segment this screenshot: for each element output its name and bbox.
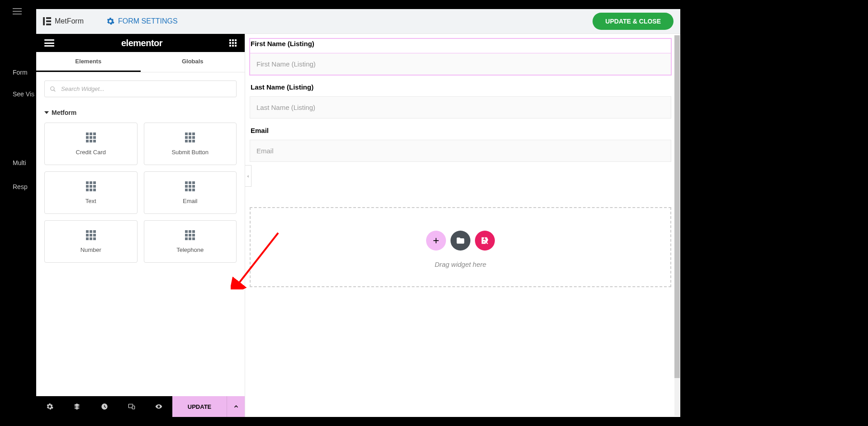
widget-grid-icon: [86, 230, 96, 240]
ek-widgets-button[interactable]: [475, 231, 495, 251]
widget-credit-card[interactable]: Credit Card: [44, 123, 138, 165]
form-settings-label: FORM SETTINGS: [118, 17, 178, 25]
editor-sidebar: elementor Elements Globals Metform: [36, 34, 245, 417]
caret-down-icon: [44, 111, 49, 114]
bg-form-label: Form: [13, 69, 28, 76]
widget-grid-icon: [185, 181, 195, 191]
sidebar-tabs: Elements Globals: [36, 52, 245, 72]
responsive-icon[interactable]: [118, 403, 145, 410]
app-logo: MetForm: [43, 17, 84, 25]
search-input[interactable]: [44, 80, 237, 97]
apps-grid-icon[interactable]: [229, 39, 237, 47]
modal-header: MetForm FORM SETTINGS UPDATE & CLOSE: [36, 9, 680, 34]
app-name: MetForm: [55, 17, 84, 25]
svg-rect-3: [43, 17, 45, 25]
drop-zone-buttons: +: [260, 231, 661, 251]
form-field-last-name[interactable]: Last Name (Listing): [250, 83, 671, 118]
svg-rect-10: [132, 406, 134, 409]
widget-number[interactable]: Number: [44, 220, 138, 263]
drop-zone-text: Drag widget here: [260, 260, 661, 268]
widget-label: Number: [81, 246, 101, 253]
tab-elements[interactable]: Elements: [36, 52, 141, 72]
widget-grid-icon: [86, 133, 96, 142]
widget-label: Text: [85, 198, 96, 204]
category-label: Metform: [52, 109, 76, 116]
email-input[interactable]: [250, 140, 671, 162]
form-field-email[interactable]: Email: [250, 127, 671, 162]
svg-rect-4: [46, 17, 51, 19]
update-close-button[interactable]: UPDATE & CLOSE: [593, 13, 674, 30]
gear-icon: [106, 17, 114, 25]
chevron-up-icon: [233, 403, 239, 410]
widget-telephone[interactable]: Telephone: [144, 220, 237, 263]
svg-rect-5: [46, 20, 51, 22]
svg-rect-1: [13, 11, 22, 12]
search-icon: [50, 86, 56, 92]
widgets-grid: Credit Card Submit Button Text Email Num…: [36, 123, 245, 263]
widget-label: Submit Button: [171, 149, 209, 156]
search-wrapper: [36, 72, 245, 105]
widget-label: Credit Card: [76, 149, 106, 156]
widget-grid-icon: [185, 230, 195, 240]
add-section-button[interactable]: +: [426, 231, 446, 251]
preview-scrollbar[interactable]: [674, 35, 680, 416]
folder-icon: [456, 236, 465, 245]
tab-globals[interactable]: Globals: [141, 52, 245, 72]
field-label: Last Name (Listing): [250, 83, 671, 91]
sidebar-top-bar: elementor: [36, 34, 245, 52]
elementor-logo: elementor: [121, 38, 162, 48]
bg-resp-label: Resp: [13, 183, 28, 190]
update-button[interactable]: UPDATE: [172, 396, 227, 417]
scrollbar-thumb[interactable]: [674, 35, 680, 378]
layers-icon[interactable]: [63, 403, 90, 410]
editor-modal: MetForm FORM SETTINGS UPDATE & CLOSE ele…: [36, 9, 680, 417]
category-metform[interactable]: Metform: [36, 105, 245, 123]
modal-body: elementor Elements Globals Metform: [36, 34, 680, 417]
search-box: [44, 80, 237, 97]
history-icon[interactable]: [90, 403, 118, 410]
widget-grid-icon: [86, 181, 96, 191]
field-label: Email: [250, 127, 671, 134]
bg-see-vis: See Vis: [13, 90, 34, 98]
metform-logo-icon: [43, 17, 51, 25]
preview-icon[interactable]: [145, 403, 172, 410]
collapse-sidebar-handle[interactable]: ‹: [245, 165, 251, 187]
bg-hamburger-icon: [13, 8, 22, 16]
hamburger-icon[interactable]: [44, 39, 54, 47]
widget-grid-icon: [185, 133, 195, 142]
ek-logo-icon: [480, 236, 490, 246]
form-settings-link[interactable]: FORM SETTINGS: [106, 17, 178, 25]
preview-panel: ‹ First Name (Listing) Last Name (Listin…: [245, 34, 680, 417]
widget-label: Telephone: [176, 246, 204, 253]
svg-rect-6: [46, 24, 51, 25]
svg-point-7: [51, 86, 54, 90]
svg-line-8: [54, 90, 56, 91]
widget-email[interactable]: Email: [144, 171, 237, 214]
last-name-input[interactable]: [250, 96, 671, 118]
svg-rect-0: [13, 8, 22, 9]
widget-text[interactable]: Text: [44, 171, 138, 214]
first-name-input[interactable]: [250, 53, 671, 75]
widget-label: Email: [183, 198, 198, 204]
field-label: First Name (Listing): [250, 38, 671, 47]
bg-multi-label: Multi: [13, 159, 26, 166]
update-options-button[interactable]: [227, 396, 245, 417]
drop-zone[interactable]: + Drag widget here: [250, 207, 671, 287]
svg-rect-2: [13, 14, 22, 14]
settings-icon[interactable]: [36, 403, 63, 410]
widget-submit-button[interactable]: Submit Button: [144, 123, 237, 165]
sidebar-footer: UPDATE: [36, 396, 245, 417]
template-folder-button[interactable]: [451, 231, 470, 251]
form-field-first-name[interactable]: First Name (Listing): [250, 38, 671, 75]
